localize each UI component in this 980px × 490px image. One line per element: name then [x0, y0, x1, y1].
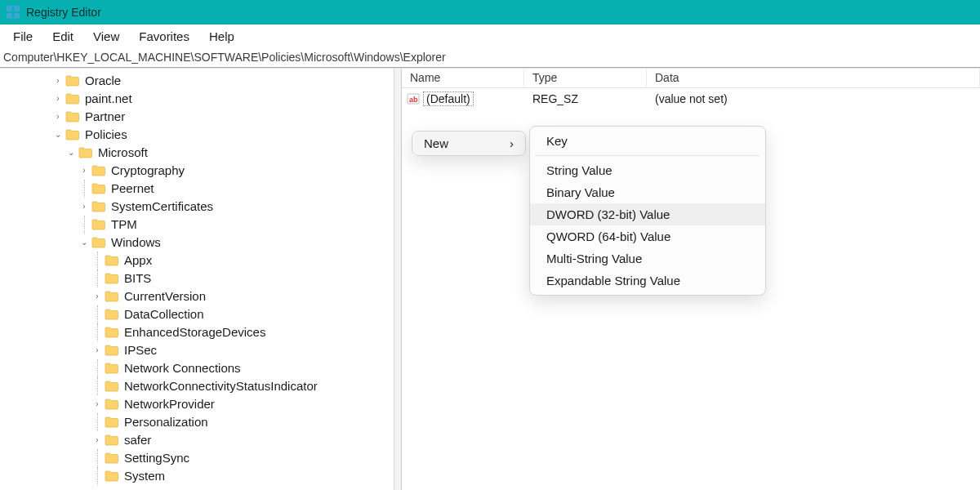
context-menu-new-label: New — [424, 136, 448, 150]
tree-item-label: SystemCertificates — [111, 198, 213, 216]
tree-connector — [91, 270, 103, 287]
context-submenu-item[interactable]: DWORD (32-bit) Value — [530, 203, 765, 225]
chevron-right-icon[interactable]: › — [52, 108, 64, 126]
col-name[interactable]: Name — [402, 69, 524, 87]
tree-item[interactable]: ›paint.net — [0, 90, 401, 108]
context-submenu-item[interactable]: String Value — [530, 159, 765, 181]
tree-item[interactable]: Network Connections — [0, 359, 401, 377]
tree-item[interactable]: ⌄Policies — [0, 126, 401, 144]
title-bar: Registry Editor — [0, 0, 980, 24]
address-bar[interactable]: Computer\HKEY_LOCAL_MACHINE\SOFTWARE\Pol… — [0, 48, 980, 68]
tree-item-label: System — [124, 467, 165, 485]
folder-icon — [105, 416, 119, 429]
value-row[interactable]: (Default) REG_SZ (value not set) — [402, 88, 980, 109]
tree-item-label: Partner — [85, 108, 125, 126]
tree-item-label: TPM — [111, 216, 137, 234]
chevron-right-icon[interactable]: › — [91, 341, 103, 359]
app-icon — [7, 6, 20, 19]
tree-item-label: SettingSync — [124, 449, 189, 467]
context-submenu-item[interactable]: Expandable String Value — [530, 270, 765, 292]
chevron-right-icon[interactable]: › — [52, 72, 64, 90]
tree-item-label: safer — [124, 431, 151, 449]
chevron-down-icon[interactable]: ⌄ — [65, 144, 77, 162]
tree-item-label: Appx — [124, 252, 152, 270]
chevron-right-icon[interactable]: › — [52, 90, 64, 108]
folder-icon — [91, 200, 106, 213]
context-submenu-item[interactable]: Multi-String Value — [530, 247, 765, 270]
tree-item[interactable]: Appx — [0, 252, 401, 270]
chevron-right-icon: › — [510, 136, 514, 150]
chevron-right-icon[interactable]: › — [91, 395, 103, 413]
tree-item-label: Cryptography — [111, 162, 185, 180]
tree-item[interactable]: Personalization — [0, 413, 401, 431]
folder-icon — [91, 218, 106, 231]
menu-help[interactable]: Help — [199, 26, 244, 47]
tree-item[interactable]: ›IPSec — [0, 341, 401, 359]
tree-connector — [78, 216, 90, 234]
folder-icon — [105, 344, 119, 357]
tree-item[interactable]: ›Oracle — [0, 72, 401, 90]
folder-icon — [91, 164, 106, 177]
value-type: REG_SZ — [524, 92, 647, 105]
folder-icon — [105, 434, 119, 447]
context-menu-separator — [535, 155, 760, 156]
tree-item[interactable]: NetworkConnectivityStatusIndicator — [0, 377, 401, 395]
menu-file[interactable]: File — [3, 26, 42, 47]
tree-item[interactable]: EnhancedStorageDevices — [0, 323, 401, 341]
folder-icon — [105, 452, 119, 465]
tree-item[interactable]: ›SystemCertificates — [0, 198, 401, 216]
tree-pane[interactable]: ›Oracle›paint.net›Partner⌄Policies⌄Micro… — [0, 69, 402, 490]
chevron-right-icon[interactable]: › — [91, 287, 103, 305]
folder-icon — [105, 470, 119, 483]
folder-icon — [105, 398, 119, 411]
menu-edit[interactable]: Edit — [42, 26, 83, 47]
tree-item[interactable]: ⌄Windows — [0, 234, 401, 252]
context-submenu[interactable]: KeyString ValueBinary ValueDWORD (32-bit… — [529, 126, 766, 296]
context-submenu-item[interactable]: Key — [530, 130, 765, 152]
chevron-right-icon[interactable]: › — [78, 198, 90, 216]
column-headers: Name Type Data — [402, 69, 980, 88]
value-data: (value not set) — [647, 92, 980, 105]
tree-item[interactable]: BITS — [0, 270, 401, 287]
tree-item[interactable]: SettingSync — [0, 449, 401, 467]
context-submenu-item[interactable]: Binary Value — [530, 181, 765, 203]
chevron-right-icon[interactable]: › — [78, 162, 90, 180]
tree-item[interactable]: TPM — [0, 216, 401, 234]
tree-item-label: EnhancedStorageDevices — [124, 323, 265, 341]
tree-connector — [91, 305, 103, 323]
tree-item[interactable]: DataCollection — [0, 305, 401, 323]
tree-item[interactable]: ›CurrentVersion — [0, 287, 401, 305]
tree-item[interactable]: ›NetworkProvider — [0, 395, 401, 413]
folder-icon — [65, 110, 80, 123]
col-data[interactable]: Data — [647, 69, 980, 87]
context-submenu-item[interactable]: QWORD (64-bit) Value — [530, 225, 765, 247]
values-pane[interactable]: Name Type Data (Default) REG_SZ (value n… — [402, 69, 980, 490]
tree-item[interactable]: ›safer — [0, 431, 401, 449]
tree-item-label: CurrentVersion — [124, 287, 206, 305]
chevron-down-icon[interactable]: ⌄ — [52, 126, 64, 144]
tree-item-label: NetworkProvider — [124, 395, 215, 413]
tree-item-label: Policies — [85, 126, 127, 144]
col-type[interactable]: Type — [524, 69, 647, 87]
tree-connector — [91, 323, 103, 341]
folder-icon — [105, 290, 119, 303]
tree-item[interactable]: ⌄Microsoft — [0, 144, 401, 162]
folder-icon — [91, 182, 106, 195]
context-menu-new[interactable]: New › — [412, 131, 525, 155]
tree-item[interactable]: System — [0, 467, 401, 485]
menu-favorites[interactable]: Favorites — [129, 26, 199, 47]
menu-view[interactable]: View — [83, 26, 129, 47]
context-menu[interactable]: New › — [412, 131, 526, 156]
tree-item[interactable]: ›Partner — [0, 108, 401, 126]
tree-item-label: Personalization — [124, 413, 208, 431]
tree-item-label: Microsoft — [98, 144, 148, 162]
tree-item[interactable]: Peernet — [0, 180, 401, 198]
chevron-down-icon[interactable]: ⌄ — [78, 234, 90, 252]
tree-connector — [91, 413, 103, 431]
tree-item-label: Peernet — [111, 180, 154, 198]
chevron-right-icon[interactable]: › — [91, 431, 103, 449]
tree-item[interactable]: ›Cryptography — [0, 162, 401, 180]
folder-icon — [91, 236, 106, 249]
folder-icon — [105, 272, 119, 285]
tree-connector — [91, 467, 103, 485]
